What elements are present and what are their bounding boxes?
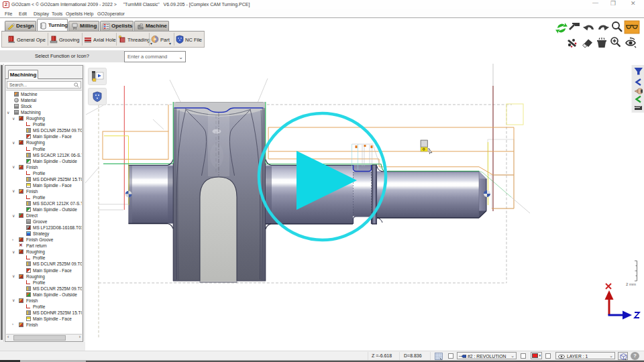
- svg-text:2 mm: 2 mm: [626, 282, 636, 286]
